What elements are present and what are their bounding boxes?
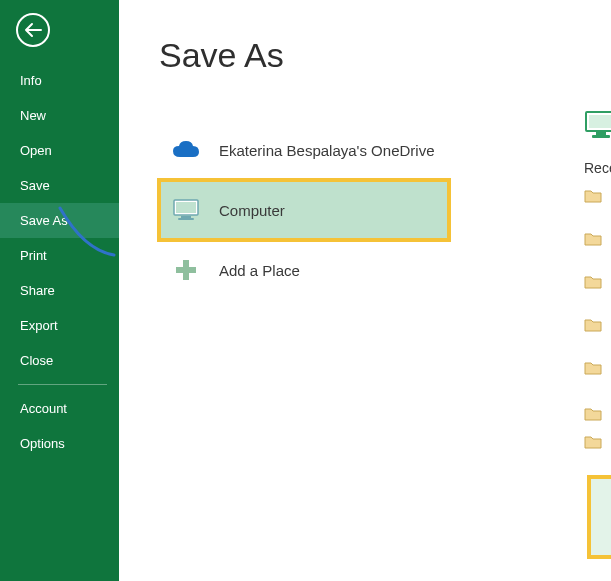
nav-info[interactable]: Info: [0, 63, 119, 98]
cloud-icon: [171, 135, 201, 165]
nav-new[interactable]: New: [0, 98, 119, 133]
folder-icon: [584, 274, 602, 289]
folder-icon: [584, 317, 602, 332]
nav-save-as[interactable]: Save As: [0, 203, 119, 238]
folder-icon: [584, 406, 602, 421]
recent-folder-item[interactable]: Desktop: [584, 427, 611, 455]
plus-icon: [171, 255, 201, 285]
nav-options[interactable]: Options: [0, 426, 119, 461]
recent-folder-item[interactable]: SupportD: » Support: [584, 270, 611, 313]
svg-rect-9: [592, 135, 610, 138]
folder-icon: [584, 434, 602, 449]
location-onedrive[interactable]: Ekaterina Bespalaya's OneDrive: [159, 120, 449, 180]
nav-close[interactable]: Close: [0, 343, 119, 378]
browse-button[interactable]: Browse: [587, 475, 611, 559]
recent-folder-item[interactable]: AutoSave - AutoC: » Users » ekaterina: [584, 184, 611, 227]
svg-rect-3: [178, 218, 194, 220]
computer-icon: [171, 195, 201, 225]
nav-print[interactable]: Print: [0, 238, 119, 273]
recent-folder-item[interactable]: Recover unsavedC: » Users » ekaterina: [584, 356, 611, 399]
folder-icon: [584, 188, 602, 203]
nav-open[interactable]: Open: [0, 133, 119, 168]
right-heading: Computer: [584, 110, 611, 140]
location-onedrive-label: Ekaterina Bespalaya's OneDrive: [219, 142, 434, 159]
nav-export[interactable]: Export: [0, 308, 119, 343]
location-computer-label: Computer: [219, 202, 285, 219]
recent-folders-list: AutoSave - AutoC: » Users » ekaterinaNet…: [584, 184, 611, 455]
backstage-sidebar: Info New Open Save Save As Print Share E…: [0, 0, 119, 581]
location-computer[interactable]: Computer: [159, 180, 449, 240]
nav-separator: [18, 384, 107, 385]
recent-folders-label: Recent Folders: [584, 160, 611, 176]
recent-folder-item[interactable]: Network ShortcuC: » Users » ekaterina: [584, 227, 611, 270]
nav-save[interactable]: Save: [0, 168, 119, 203]
nav-share[interactable]: Share: [0, 273, 119, 308]
content-area: Save As Ekaterina Bespalaya's OneDrive C…: [119, 0, 611, 581]
page-title: Save As: [159, 36, 611, 75]
recent-folder-item[interactable]: _SupportZ: » _AbleBits docs »: [584, 313, 611, 356]
svg-rect-8: [596, 132, 606, 135]
location-add-place-label: Add a Place: [219, 262, 300, 279]
folder-icon: [584, 231, 602, 246]
location-add-place[interactable]: Add a Place: [159, 240, 449, 300]
nav-account[interactable]: Account: [0, 391, 119, 426]
folder-icon: [584, 360, 602, 375]
right-pane: Computer Recent Folders AutoSave - AutoC…: [584, 110, 611, 455]
computer-large-icon: [584, 110, 611, 140]
svg-rect-2: [181, 216, 191, 218]
nav-list: Info New Open Save Save As Print Share E…: [0, 63, 119, 461]
back-button[interactable]: [16, 13, 50, 47]
save-locations: Ekaterina Bespalaya's OneDrive Computer: [159, 120, 449, 300]
arrow-left-icon: [24, 22, 42, 38]
svg-rect-1: [176, 202, 196, 213]
recent-folder-item[interactable]: Documents: [584, 399, 611, 427]
svg-rect-7: [589, 115, 611, 128]
svg-rect-5: [176, 267, 196, 273]
